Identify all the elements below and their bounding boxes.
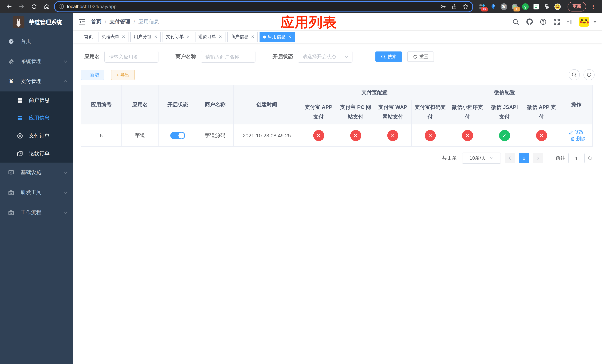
- search-button[interactable]: 搜索: [376, 52, 402, 62]
- col-header-wechat-jsapi: 微信 JSAPI 支付: [486, 100, 523, 124]
- col-header-app-name: 应用名: [122, 85, 159, 124]
- tab-user-group[interactable]: 用户分组✕: [130, 32, 161, 42]
- chevron-up-icon: [64, 80, 67, 83]
- export-button[interactable]: 导出: [111, 70, 135, 80]
- sidebar-item-dev-tools[interactable]: 研发工具: [0, 182, 73, 203]
- goto-unit-label: 页: [588, 155, 592, 161]
- github-icon[interactable]: [526, 18, 533, 25]
- browser-menu-icon[interactable]: ⋮: [591, 3, 596, 10]
- avatar-caret-down-icon[interactable]: [593, 21, 597, 23]
- group-header-alipay: 支付宝配置: [300, 85, 449, 100]
- sidebar-item-infrastructure[interactable]: 基础设施: [0, 162, 73, 182]
- tab-app-info-active[interactable]: 应用信息✕: [259, 32, 295, 42]
- back-icon[interactable]: [4, 1, 14, 12]
- breadcrumb-separator: /: [134, 19, 135, 25]
- address-bar[interactable]: localhost:1024/pay/app: [54, 1, 473, 12]
- next-page-button[interactable]: [533, 153, 543, 163]
- gear-icon: [8, 58, 14, 64]
- bookmark-star-icon[interactable]: [462, 3, 469, 10]
- tab-pay-order[interactable]: 支付订单✕: [163, 32, 193, 42]
- tab-close-icon[interactable]: ✕: [121, 34, 125, 39]
- edit-link[interactable]: 修改: [569, 129, 584, 135]
- y-extension-icon[interactable]: y: [522, 3, 529, 10]
- tab-close-icon[interactable]: ✕: [153, 34, 157, 39]
- user-avatar[interactable]: [579, 17, 589, 27]
- forward-icon[interactable]: [16, 1, 27, 12]
- font-size-icon[interactable]: TT: [567, 19, 573, 25]
- sidebar-item-payment[interactable]: ¥ 支付管理: [0, 72, 73, 91]
- trash-icon: [570, 137, 575, 141]
- prev-page-button[interactable]: [505, 153, 515, 163]
- cell-status: [159, 124, 197, 146]
- toggle-knob: [178, 132, 184, 138]
- tab-label: 商户信息: [231, 34, 248, 40]
- sidebar-item-label: 首页: [21, 38, 67, 45]
- chrome-update-button[interactable]: 更新: [568, 2, 586, 11]
- tab-refund-order[interactable]: 退款订单✕: [195, 32, 225, 42]
- password-key-icon[interactable]: [440, 3, 446, 10]
- enabled-toggle[interactable]: [170, 132, 185, 139]
- col-header-alipay-qr: 支付宝扫码支付: [411, 100, 449, 124]
- chevron-left-icon: [508, 156, 512, 160]
- tab-home[interactable]: 首页: [81, 32, 96, 42]
- filter-label-status: 开启状态: [272, 53, 293, 60]
- header-search-icon[interactable]: [512, 18, 519, 25]
- tab-manager-extension-icon[interactable]: 10: [479, 3, 486, 10]
- chevron-right-icon: [536, 156, 540, 160]
- sidebar-item-app-info[interactable]: 应用信息: [0, 109, 73, 127]
- emoji-avatar-extension-icon[interactable]: [554, 3, 561, 10]
- share-icon[interactable]: [451, 3, 457, 10]
- url-text[interactable]: localhost:1024/pay/app: [67, 4, 437, 9]
- add-button[interactable]: 新增: [81, 70, 104, 80]
- breadcrumb-home[interactable]: 首页: [91, 18, 101, 25]
- status-cross-icon: ✕: [387, 130, 398, 141]
- browser-toolbar: localhost:1024/pay/app 10 ⌘ 1: [0, 0, 602, 13]
- url-host: localhost: [67, 4, 86, 9]
- goto-page-input[interactable]: [568, 153, 585, 163]
- sidebar-item-refund-order[interactable]: 退款订单: [0, 145, 73, 162]
- site-info-icon[interactable]: [58, 4, 64, 9]
- sidebar-item-workflow[interactable]: 工作流程: [0, 203, 73, 223]
- app-name-input[interactable]: [104, 51, 159, 63]
- tab-close-icon[interactable]: ✕: [287, 34, 291, 39]
- chrome-update-label: 更新: [572, 3, 581, 10]
- app-logo[interactable]: 芋道管理系统: [0, 13, 73, 32]
- breadcrumb-payment[interactable]: 支付管理: [110, 18, 130, 25]
- chevron-down-icon: [64, 191, 67, 194]
- refresh-table-button[interactable]: [583, 69, 595, 80]
- logo-avatar: [13, 16, 24, 28]
- sidebar-item-pay-order[interactable]: 支付订单: [0, 127, 73, 145]
- chevron-down-icon: [64, 171, 67, 174]
- payment-submenu: 商户信息 应用信息 支付订单 退款订单: [0, 91, 73, 162]
- kite-extension-icon[interactable]: [490, 3, 496, 10]
- toolbox-icon: [8, 210, 14, 215]
- fullscreen-icon[interactable]: [553, 18, 560, 25]
- puzzle-extensions-icon[interactable]: [544, 3, 550, 10]
- status-cross-icon: ✕: [462, 130, 473, 141]
- reload-icon[interactable]: [29, 1, 39, 12]
- tab-close-icon[interactable]: ✕: [218, 34, 222, 39]
- command-extension-icon[interactable]: ⌘: [501, 3, 507, 10]
- page-number-active[interactable]: 1: [519, 153, 529, 163]
- tab-process-form[interactable]: 流程表单✕: [98, 32, 129, 42]
- home-icon[interactable]: [42, 1, 52, 12]
- extension-badge: 1: [514, 7, 520, 11]
- tab-close-icon[interactable]: ✕: [186, 34, 190, 39]
- recorder-extension-icon[interactable]: 1: [511, 3, 518, 10]
- page-size-select[interactable]: 10条/页: [462, 152, 501, 164]
- table-row: 6 芋道 芋道源码 2021-10-23 08:49:25 ✕ ✕ ✕ ✕ ✕: [81, 124, 592, 146]
- merchant-name-input[interactable]: [201, 51, 256, 63]
- reset-button[interactable]: 重置: [407, 52, 434, 62]
- filter-label-merchant: 商户名称: [175, 53, 196, 60]
- help-icon[interactable]: [539, 18, 547, 25]
- tab-merchant-info[interactable]: 商户信息✕: [227, 32, 258, 42]
- tab-close-icon[interactable]: ✕: [250, 34, 254, 39]
- sidebar-item-home[interactable]: 首页: [0, 32, 73, 52]
- delete-link[interactable]: 删除: [570, 135, 586, 142]
- status-select[interactable]: 请选择开启状态: [298, 51, 353, 63]
- show-search-button[interactable]: [569, 69, 580, 80]
- sidebar-item-merchant-info[interactable]: 商户信息: [0, 91, 73, 109]
- sidebar-item-system[interactable]: 系统管理: [0, 52, 73, 72]
- sidebar-collapse-icon[interactable]: [73, 18, 91, 25]
- notes-extension-icon[interactable]: [533, 3, 539, 10]
